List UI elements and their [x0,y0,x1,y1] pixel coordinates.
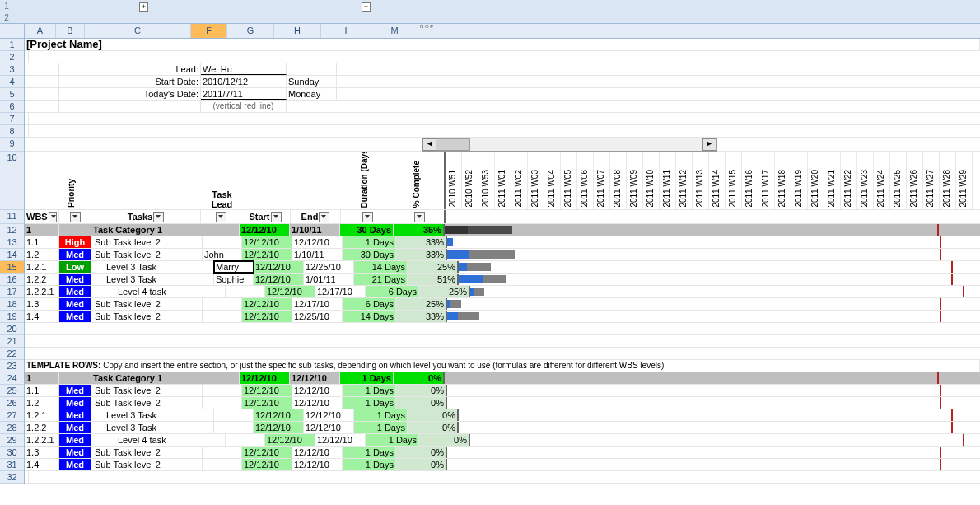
cell[interactable] [59,76,91,87]
row-header-11[interactable]: 11 [0,210,24,224]
row-header-1[interactable]: 1 [0,39,24,51]
t-wbs[interactable]: 1.2.2 [25,422,59,433]
pct-complete[interactable]: 33% [396,236,447,248]
cat-start[interactable]: 12/12/10 [240,224,290,236]
t-pct[interactable]: 0% [408,409,459,421]
row-header-6[interactable]: 6 [0,101,24,113]
cat2-end[interactable]: 12/12/10 [290,372,340,384]
task-name[interactable]: Sub Task level 2 [91,298,203,310]
t-start[interactable]: 12/12/10 [254,422,304,433]
tasklead-filter[interactable] [201,210,240,223]
t-dur[interactable]: 1 Days [354,422,408,433]
wbs[interactable]: 1.2 [25,249,59,260]
t-start[interactable]: 12/12/10 [242,397,292,409]
t-dur[interactable]: 1 Days [343,385,396,396]
row-header-24[interactable]: 24 [0,372,24,385]
cat2-wbs[interactable]: 1 [25,372,59,384]
wbs-header-filter-dropdown[interactable] [49,212,57,222]
t-start[interactable]: 12/12/10 [242,385,292,396]
cell[interactable] [25,76,59,87]
task-lead[interactable]: Sophie [214,274,254,285]
row-header-9[interactable]: 9 [0,138,24,152]
t-end[interactable]: 12/12/10 [292,397,343,409]
cell[interactable] [287,63,337,75]
row-header-12[interactable]: 12 [0,224,24,236]
end-header[interactable]: End [291,210,341,223]
col-header-I[interactable]: I [321,24,371,38]
cat-dur[interactable]: 30 Days [340,224,394,236]
t-task[interactable]: Sub Task level 2 [91,447,203,458]
t-lead[interactable] [214,409,254,421]
start-date[interactable]: 12/12/10 [254,274,304,285]
duration[interactable]: 14 Days [343,311,396,322]
col-header-C[interactable]: C [85,24,191,38]
duration[interactable]: 30 Days [343,249,396,260]
t-task[interactable]: Sub Task level 2 [91,397,203,409]
row-header-3[interactable]: 3 [0,63,24,76]
wbs[interactable]: 1.2.1 [25,261,59,273]
row-header-18[interactable]: 18 [0,298,24,311]
pct-complete[interactable]: 25% [419,286,470,297]
t-end[interactable]: 12/12/10 [304,409,354,421]
row-header-28[interactable]: 28 [0,422,24,434]
t-start[interactable]: 12/12/10 [254,409,304,421]
cat2-start[interactable]: 12/12/10 [240,372,290,384]
cell[interactable] [91,101,201,112]
row-header-16[interactable]: 16 [0,274,24,286]
start-date-value[interactable]: 2010/12/12 [201,76,287,87]
row-header-32[interactable]: 32 [0,471,24,484]
row-header-8[interactable]: 8 [0,125,24,138]
t-wbs[interactable]: 1.2.2.1 [25,434,59,446]
cell[interactable] [59,372,91,384]
row-header-10[interactable]: 10 [0,152,24,210]
t-priority[interactable]: Med [59,385,91,396]
task-name[interactable]: Sub Task level 2 [91,311,203,322]
cat-name[interactable]: Task Category 1 [91,224,240,236]
t-task[interactable]: Sub Task level 2 [91,385,203,396]
task-lead[interactable] [203,311,242,322]
t-priority[interactable]: Med [59,409,91,421]
cat2-name[interactable]: Task Category 1 [91,372,240,384]
duration[interactable]: 21 Days [354,274,408,285]
row-header-2[interactable]: 2 [0,51,24,63]
t-task[interactable]: Level 3 Task [91,422,214,433]
outline-expand-1[interactable]: + [139,2,148,12]
row-header-15[interactable]: 15 [0,261,24,274]
col-header-A[interactable]: A [25,24,56,38]
duration[interactable]: 6 Days [343,298,396,310]
task-name[interactable]: Sub Task level 2 [91,249,203,260]
cell[interactable] [25,88,59,100]
task-lead[interactable] [203,236,242,248]
t-end[interactable]: 12/12/10 [304,422,354,433]
row-header-14[interactable]: 14 [0,249,24,261]
t-dur[interactable]: 1 Days [343,397,396,409]
wbs[interactable]: 1.2.2 [25,274,59,285]
priority-badge[interactable]: Low [59,261,91,273]
end-date[interactable]: 1/01/11 [304,274,354,285]
row-header-19[interactable]: 19 [0,311,24,323]
today-value[interactable]: 2011/7/11 [201,88,287,100]
start-date[interactable]: 12/12/10 [242,311,292,322]
t-pct[interactable]: 0% [396,447,447,458]
t-priority[interactable]: Med [59,434,91,446]
priority-badge[interactable]: High [59,236,91,248]
row-header-23[interactable]: 23 [0,360,24,372]
pct-filter[interactable] [394,210,446,223]
cell[interactable] [59,88,91,100]
col-header-F[interactable]: F [191,24,227,38]
t-lead[interactable] [203,459,242,470]
task-lead[interactable]: Marry [214,261,254,273]
t-pct[interactable]: 0% [408,422,459,433]
t-end[interactable]: 12/12/10 [292,459,343,470]
end-date[interactable]: 12/17/10 [292,298,343,310]
t-pct[interactable]: 0% [419,434,470,446]
row-header-5[interactable]: 5 [0,88,24,101]
cat-wbs[interactable]: 1 [25,224,59,236]
start-date[interactable]: 12/12/10 [242,298,292,310]
pct-complete[interactable]: 25% [396,298,447,310]
row-header-13[interactable]: 13 [0,236,24,249]
priority-filter-filter-dropdown[interactable] [70,212,81,222]
t-task[interactable]: Level 3 Task [91,409,214,421]
row-header-27[interactable]: 27 [0,409,24,422]
cat2-pct[interactable]: 0% [394,372,445,384]
